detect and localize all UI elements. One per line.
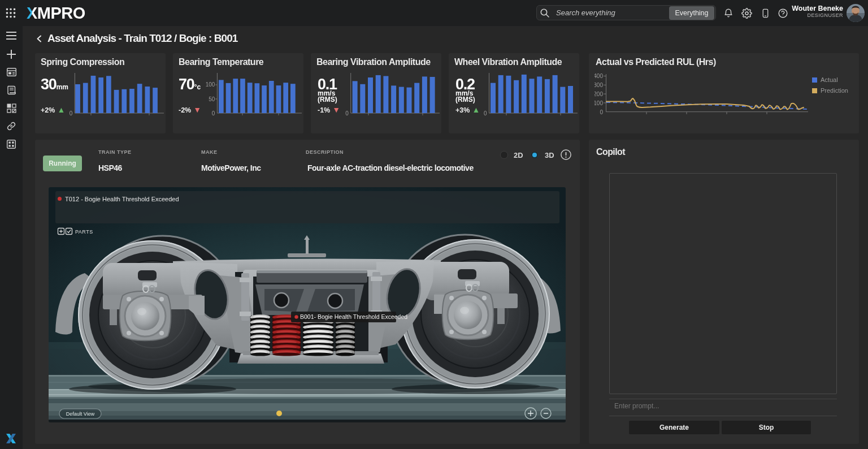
svg-text:0: 0 <box>212 110 215 116</box>
svg-text:200: 200 <box>594 91 603 97</box>
svg-text:0: 0 <box>484 110 487 116</box>
svg-text:B001- Bogie Health Threshold E: B001- Bogie Health Threshold Exceeded <box>300 313 407 320</box>
svg-text:Default View: Default View <box>66 411 95 417</box>
svg-text:T012 - Bogie Health Threshold: T012 - Bogie Health Threshold Exceeded <box>65 196 179 202</box>
svg-text:PARTS: PARTS <box>75 229 93 235</box>
svg-text:300: 300 <box>594 82 603 88</box>
svg-text:0: 0 <box>70 110 73 116</box>
svg-text:400: 400 <box>594 73 603 79</box>
svg-text:0: 0 <box>345 110 349 116</box>
svg-text:100: 100 <box>594 100 603 106</box>
svg-text:0: 0 <box>600 109 603 115</box>
svg-text:100: 100 <box>206 81 215 88</box>
svg-text:50: 50 <box>209 96 215 102</box>
